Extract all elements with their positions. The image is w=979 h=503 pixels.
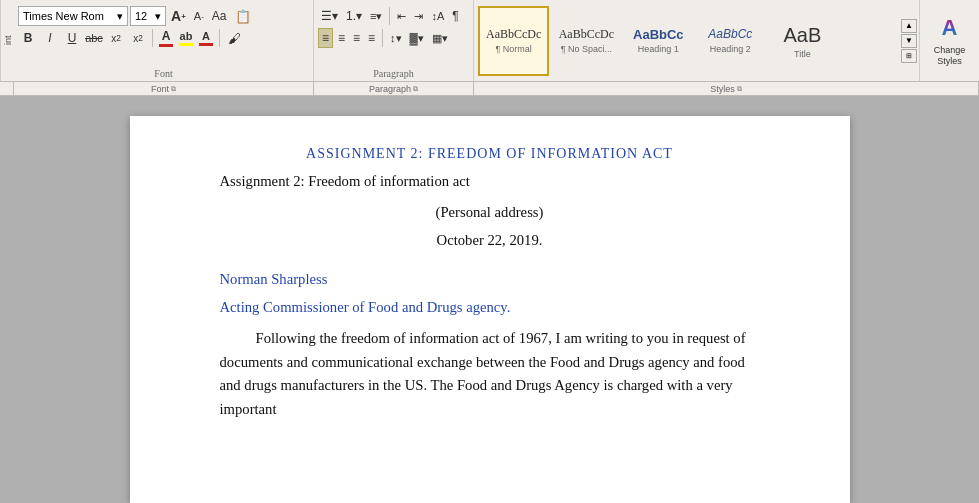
- gallery-more-button[interactable]: ⊞: [901, 49, 917, 63]
- gallery-down-button[interactable]: ▼: [901, 34, 917, 48]
- change-case-button[interactable]: Aa: [209, 6, 230, 26]
- font-size-dropdown-icon[interactable]: ▾: [155, 10, 161, 23]
- increase-font-button[interactable]: A+: [168, 6, 189, 26]
- styles-section: AaBbCcDc ¶ Normal AaBbCcDc ¶ No Spaci...…: [474, 0, 979, 81]
- paragraph-section-label: Paragraph: [314, 68, 473, 79]
- doc-recipient-name: Norman Sharpless: [220, 268, 760, 291]
- style-nospace-preview: AaBbCcDc: [559, 27, 614, 41]
- document-body: Assignment 2: Freedom of information act…: [220, 170, 760, 421]
- int-label: int: [0, 0, 14, 81]
- clear-format-icon: A: [202, 30, 210, 42]
- styles-expand-icon[interactable]: ⧉: [737, 85, 742, 93]
- font-size-text: 12: [135, 10, 147, 22]
- clipboard-icon[interactable]: 📋: [232, 6, 254, 26]
- font-color-bar: [159, 44, 173, 47]
- increase-indent-button[interactable]: ⇥: [411, 6, 426, 26]
- bold-button[interactable]: B: [18, 28, 38, 48]
- font-name-dropdown-icon[interactable]: ▾: [117, 10, 123, 23]
- page: 2 ASSIGNMENT 2: FREEDOM OF INFORMATION A…: [130, 116, 850, 503]
- align-right-button[interactable]: ≡: [350, 28, 363, 48]
- doc-personal-address: (Personal address): [220, 201, 760, 224]
- highlight-button[interactable]: ab: [177, 29, 195, 47]
- style-no-spacing[interactable]: AaBbCcDc ¶ No Spaci...: [551, 6, 621, 76]
- font-section-label: Font: [14, 68, 313, 79]
- strikethrough-button[interactable]: abc: [84, 28, 104, 48]
- shading-button[interactable]: ▓▾: [407, 28, 427, 48]
- doc-recipient-role: Acting Commissioner of Food and Drugs ag…: [220, 296, 760, 319]
- sort-button[interactable]: ↕A: [428, 6, 447, 26]
- underline-button[interactable]: U: [62, 28, 82, 48]
- font-size-box[interactable]: 12 ▾: [130, 6, 166, 26]
- doc-spacer: [220, 256, 760, 268]
- font-name-box[interactable]: Times New Rom ▾: [18, 6, 128, 26]
- style-heading1[interactable]: AaBbCc Heading 1: [623, 6, 693, 76]
- line-spacing-button[interactable]: ↕▾: [387, 28, 405, 48]
- change-styles-button[interactable]: A Change Styles: [919, 0, 979, 81]
- para-section-bottom-label: Paragraph ⧉: [314, 82, 474, 95]
- highlight-icon: ab: [180, 30, 193, 42]
- style-title-preview: AaB: [783, 23, 821, 47]
- align-center-button[interactable]: ≡: [335, 28, 348, 48]
- style-h2-preview: AaBbCc: [708, 27, 752, 41]
- styles-gallery: AaBbCcDc ¶ Normal AaBbCcDc ¶ No Spaci...…: [474, 0, 899, 81]
- styles-section-bottom-label: Styles ⧉: [474, 82, 979, 95]
- style-normal-preview: AaBbCcDc: [486, 27, 541, 41]
- font-expand-icon[interactable]: ⧉: [171, 85, 176, 93]
- font-color-button[interactable]: A: [157, 28, 175, 48]
- decrease-font-button[interactable]: A-: [191, 6, 207, 26]
- document-area: 2 ASSIGNMENT 2: FREEDOM OF INFORMATION A…: [0, 96, 979, 503]
- style-h1-preview: AaBbCc: [633, 27, 684, 43]
- font-section: Times New Rom ▾ 12 ▾ A+ A- Aa 📋 B I U ab…: [14, 0, 314, 81]
- style-title[interactable]: AaB Title: [767, 6, 837, 76]
- font-name-text: Times New Rom: [23, 10, 104, 22]
- gallery-scroll: ▲ ▼ ⊞: [899, 0, 919, 81]
- doc-subtitle: Assignment 2: Freedom of information act: [220, 170, 760, 193]
- align-left-button[interactable]: ≡: [318, 28, 333, 48]
- font-section-bottom-label: Font ⧉: [14, 82, 314, 95]
- show-hide-button[interactable]: ¶: [449, 6, 461, 26]
- highlight-bar: [179, 43, 193, 46]
- section-labels-row: Font ⧉ Paragraph ⧉ Styles ⧉: [0, 82, 979, 96]
- decrease-indent-button[interactable]: ⇤: [394, 6, 409, 26]
- style-h1-label: Heading 1: [638, 44, 679, 54]
- change-styles-label: Change Styles: [926, 45, 973, 67]
- para-expand-icon[interactable]: ⧉: [413, 85, 418, 93]
- style-h2-label: Heading 2: [710, 44, 751, 54]
- justify-button[interactable]: ≡: [365, 28, 378, 48]
- multilevel-list-button[interactable]: ≡▾: [367, 6, 385, 26]
- clear-format-bar: [199, 43, 213, 46]
- copy-format-button[interactable]: 🖌: [224, 28, 244, 48]
- superscript-button[interactable]: x2: [128, 28, 148, 48]
- sep-para-2: [382, 29, 383, 47]
- change-styles-icon: A: [942, 15, 958, 41]
- italic-button[interactable]: I: [40, 28, 60, 48]
- page-header-title: ASSIGNMENT 2: FREEDOM OF INFORMATION ACT: [220, 146, 760, 162]
- clear-format-button[interactable]: A: [197, 29, 215, 47]
- separator-2: [219, 29, 220, 47]
- style-title-label: Title: [794, 49, 811, 59]
- gallery-up-button[interactable]: ▲: [901, 19, 917, 33]
- style-nospace-label: ¶ No Spaci...: [561, 44, 612, 54]
- page-header-row: 2 ASSIGNMENT 2: FREEDOM OF INFORMATION A…: [220, 146, 760, 170]
- font-color-icon: A: [162, 29, 171, 43]
- doc-paragraph-1: Following the freedom of information act…: [220, 327, 760, 421]
- paragraph-section: ☰▾ 1.▾ ≡▾ ⇤ ⇥ ↕A ¶ ≡ ≡ ≡ ≡ ↕▾ ▓▾ ▦▾ Para…: [314, 0, 474, 81]
- sep-para-1: [389, 7, 390, 25]
- style-normal-label: ¶ Normal: [495, 44, 531, 54]
- toolbar: int Times New Rom ▾ 12 ▾ A+ A- Aa 📋 B I …: [0, 0, 979, 82]
- border-button[interactable]: ▦▾: [429, 28, 451, 48]
- int-label-space: [0, 82, 14, 95]
- numbering-button[interactable]: 1.▾: [343, 6, 365, 26]
- style-normal[interactable]: AaBbCcDc ¶ Normal: [478, 6, 549, 76]
- bullets-button[interactable]: ☰▾: [318, 6, 341, 26]
- subscript-button[interactable]: x2: [106, 28, 126, 48]
- separator-1: [152, 29, 153, 47]
- style-heading2[interactable]: AaBbCc Heading 2: [695, 6, 765, 76]
- doc-date: October 22, 2019.: [220, 229, 760, 252]
